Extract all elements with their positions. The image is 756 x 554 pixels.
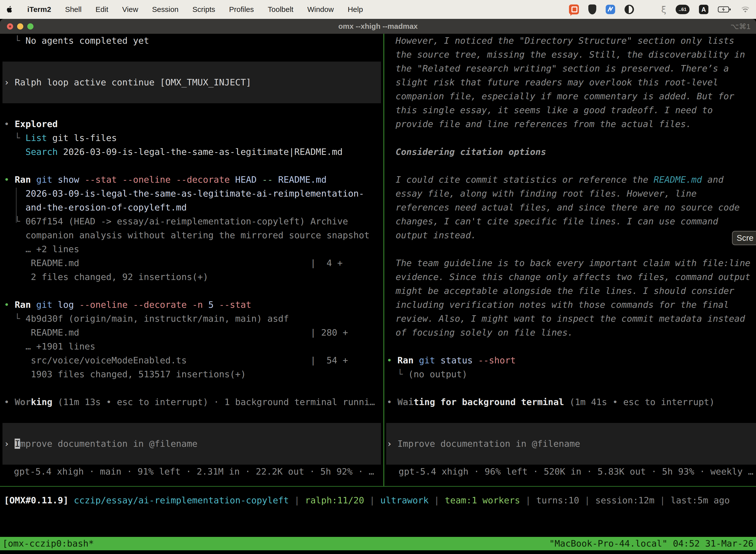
omx-status-line: [OMX#0.11.9] cczip/essay/ai-reimplementa… [0,493,756,507]
thinking-para2-line1: I could cite commit statistics or refere… [385,173,756,187]
menu-bar: iTerm2 Shell Edit View Session Scripts P… [0,0,756,19]
thinking-para2-line4: changes, I can't cite specific file line… [385,214,756,228]
window-title-bar: omx --xhigh --madmax ⌥⌘1 [0,19,756,34]
pane-bottom-border [0,486,756,487]
git-status-no-output: └ (no output) [385,367,756,381]
git-show-commit-wrap: companion analysis without altering the … [0,228,384,242]
thinking-para2-line2: essay file, along with finding root file… [385,187,756,201]
menu-item-scripts[interactable]: Scripts [192,5,215,14]
menu-item-shell[interactable]: Shell [65,5,82,14]
thinking-para3-line3: might be acceptable alongside the file l… [385,284,756,298]
right-agent-pane: However, I noticed the "Directory Struct… [385,34,756,486]
menu-item-edit[interactable]: Edit [96,5,108,14]
left-prompt-input[interactable]: › Improve documentation in @filename [0,437,384,451]
screen-share-tab[interactable]: Scre [732,231,756,245]
git-show-arg-wrap-1: 2026-03-09-is-legal-the-same-as-legitima… [0,187,384,201]
menu-item-toolbelt[interactable]: Toolbelt [268,5,294,14]
working-status-line: • Working (11m 13s • esc to interrupt) ·… [0,395,384,409]
thinking-para1-line2: the source tree, missing the essay. Stil… [385,48,756,62]
waiting-status-line: • Waiting for background terminal (1m 41… [385,395,756,409]
git-show-commit-line: └ 067f154 (HEAD -> essay/ai-reimplementa… [0,214,384,228]
battery-icon[interactable] [718,6,731,13]
thinking-para3-line5: review. Also, I might want to inspect th… [385,312,756,326]
badge-61-icon[interactable]: ..61 [676,5,690,14]
wifi-icon[interactable] [741,6,750,13]
menu-item-view[interactable]: View [122,5,138,14]
tmux-status-bar: [omx-cczip0:bash* "MacBook-Pro-44.local"… [0,537,756,550]
zigzag-badge-icon[interactable] [606,5,615,14]
git-show-stat-readme: README.md | 4 + [0,256,384,270]
git-log-more-lines: … +1901 lines [0,340,384,353]
thinking-para2-line5: output instead. [385,228,756,242]
menu-bar-status-icons: ξ ..61 A [569,4,750,15]
tmux-session-window-label: [omx-cczip0:bash* [2,537,94,550]
git-show-arg-wrap-2: and-the-erosion-of-copyleft.md [0,201,384,214]
git-log-command-line: • Ran git log --oneline --decorate -n 5 … [0,298,384,312]
tmux-host-clock-label: "MacBook-Pro-44.local" 04:52 31-Mar-26 [549,537,754,550]
thinking-para2-line3: references need actual files, and since … [385,201,756,214]
explored-list-line: └ List git ls-files [0,131,384,145]
dots-grid-icon[interactable] [643,5,652,14]
left-session-status-line: gpt-5.4 xhigh · main · 91% left · 2.31M … [0,465,384,479]
git-show-command-line: • Ran git show --stat --oneline --decora… [0,173,384,187]
chat-bubble-icon[interactable] [569,4,579,14]
thinking-para3-line4: including verification notes with those … [385,298,756,312]
apple-menu-icon[interactable] [6,5,13,14]
squiggle-icon[interactable]: ξ [661,4,666,15]
input-source-icon[interactable]: A [699,5,708,14]
terminal: └ No agents completed yet › Ralph loop a… [0,34,756,554]
explored-search-line: Search 2026-03-09-is-legal-the-same-as-l… [0,145,384,159]
thinking-para1-line1: However, I noticed the "Directory Struct… [385,34,756,48]
thinking-para1-line7: provide file and line references from th… [385,117,756,131]
explored-header: • Explored [0,117,384,131]
thinking-para3-line6: of focusing solely on file lines. [385,326,756,340]
screen: iTerm2 Shell Edit View Session Scripts P… [0,0,756,554]
thinking-para3-line1: The team guideline is to back every impo… [385,256,756,270]
window-title: omx --xhigh --madmax [0,19,756,34]
git-log-stat-voice: src/voice/voiceModeEnabled.ts | 54 + [0,353,384,367]
agents-completed-line: └ No agents completed yet [0,34,384,48]
menu-item-profiles[interactable]: Profiles [229,5,254,14]
git-show-files-changed: 2 files changed, 92 insertions(+) [0,270,384,284]
right-session-status-line: gpt-5.4 xhigh · 96% left · 520K in · 5.8… [385,465,756,479]
git-log-commit-line: └ 4b9d30f (origin/main, instructkr/main,… [0,312,384,326]
thinking-para3-line2: evidence. Since this change only affects… [385,270,756,284]
menu-item-window[interactable]: Window [307,5,334,14]
thinking-heading: Considering citation options [385,145,756,159]
git-show-more-lines: … +2 lines [0,242,384,256]
shield-grid-icon[interactable] [588,4,596,14]
thinking-para1-line3: the "Related research writing" section i… [385,62,756,75]
menu-item-help[interactable]: Help [348,5,363,14]
menu-item-session[interactable]: Session [152,5,179,14]
window-shortcut-badge: ⌥⌘1 [731,19,751,34]
thinking-para1-line4: slight risk that future readers may over… [385,75,756,89]
crescent-circle-icon[interactable] [625,5,634,14]
git-log-files-changed: 1903 files changed, 513517 insertions(+) [0,367,384,381]
git-status-command-line: • Ran git status --short [385,353,756,367]
git-log-stat-readme: README.md | 280 + [0,326,384,340]
ralph-loop-banner-line: › Ralph loop active continue [OMX_TMUX_I… [0,75,384,89]
thinking-para1-line6: this single essay, it seems like a good … [385,103,756,117]
menu-item-iterm2[interactable]: iTerm2 [27,5,51,14]
thinking-para1-line5: companion file, especially if more comme… [385,89,756,103]
right-prompt-input[interactable]: › Improve documentation in @filename [385,437,756,451]
left-agent-pane: └ No agents completed yet › Ralph loop a… [0,34,384,486]
